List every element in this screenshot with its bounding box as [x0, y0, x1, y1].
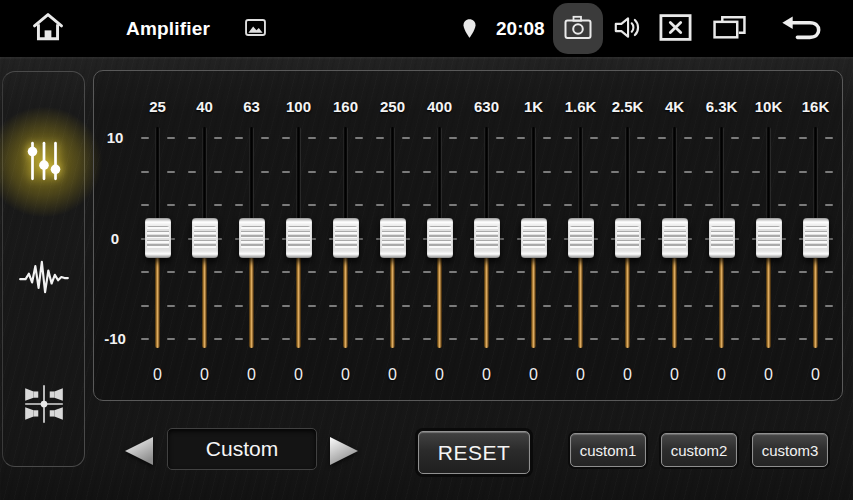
recent-apps-button[interactable] [711, 0, 747, 57]
band-frequency-label: 1.6K [565, 97, 597, 116]
band-slider[interactable] [416, 127, 463, 349]
band-frequency-label: 63 [243, 97, 260, 116]
slider-thumb[interactable] [333, 218, 359, 258]
band-slider[interactable] [745, 127, 792, 349]
back-button[interactable] [777, 0, 823, 57]
band-slider[interactable] [651, 127, 698, 349]
slider-tick [402, 271, 410, 273]
band-slider[interactable] [134, 127, 181, 349]
band-slider[interactable] [698, 127, 745, 349]
reset-button[interactable]: RESET [418, 431, 530, 474]
slider-thumb[interactable] [521, 218, 547, 258]
slider-tick [329, 204, 337, 206]
slider-tick [564, 137, 572, 139]
slider-tick [282, 271, 290, 273]
band-slider[interactable] [322, 127, 369, 349]
slider-tick [329, 305, 337, 307]
content-area: 10 0 -10 250400630100016002500400063001K… [0, 57, 853, 500]
slider-tick [423, 338, 431, 340]
slider-tick [731, 271, 739, 273]
sidebar-item-sound-effect[interactable] [3, 232, 84, 324]
preset-name-display[interactable]: Custom [167, 428, 317, 470]
band-slider[interactable] [275, 127, 322, 349]
volume-icon [613, 15, 642, 43]
slider-thumb[interactable] [615, 218, 641, 258]
band-slider[interactable] [228, 127, 275, 349]
recent-apps-icon [713, 15, 746, 42]
slider-tick [658, 137, 666, 139]
slider-tick [282, 137, 290, 139]
screenshot-button[interactable] [553, 3, 603, 54]
sidebar-item-equalizer[interactable] [3, 116, 84, 208]
slider-tick [402, 338, 410, 340]
eq-band: 2.5K0 [604, 97, 651, 384]
band-slider[interactable] [557, 127, 604, 349]
volume-button[interactable] [611, 0, 643, 57]
band-slider[interactable] [463, 127, 510, 349]
sidebar-item-speaker-balance[interactable] [3, 359, 84, 451]
band-value: 0 [482, 365, 491, 384]
eq-band: 10K0 [745, 97, 792, 384]
band-value: 0 [717, 365, 726, 384]
slider-tick [449, 137, 457, 139]
slider-thumb[interactable] [380, 218, 406, 258]
close-app-button[interactable] [657, 0, 693, 57]
custom3-button[interactable]: custom3 [752, 433, 828, 467]
home-button[interactable] [28, 0, 68, 57]
slider-tick [214, 171, 222, 173]
band-slider[interactable] [181, 127, 228, 349]
slider-tick [141, 204, 149, 206]
slider-thumb[interactable] [709, 218, 735, 258]
slider-tick [282, 338, 290, 340]
slider-tick [167, 137, 175, 139]
slider-tick [778, 271, 786, 273]
slider-tick [543, 338, 551, 340]
slider-tick [261, 271, 269, 273]
waveform-icon [18, 257, 70, 300]
custom1-button[interactable]: custom1 [570, 433, 646, 467]
slider-tick [188, 305, 196, 307]
camera-icon [564, 15, 592, 43]
slider-tick [825, 204, 833, 206]
slider-thumb[interactable] [145, 218, 171, 258]
preset-next-button[interactable] [327, 435, 361, 467]
band-slider[interactable] [369, 127, 416, 349]
slider-tick [470, 271, 478, 273]
custom2-button[interactable]: custom2 [661, 433, 737, 467]
slider-tick [825, 271, 833, 273]
slider-thumb[interactable] [803, 218, 829, 258]
status-bar: Amplifier 20:08 [0, 0, 853, 57]
band-slider[interactable] [604, 127, 651, 349]
slider-tick [449, 271, 457, 273]
slider-tick [825, 305, 833, 307]
band-frequency-label: 10K [755, 97, 783, 116]
slider-tick [235, 204, 243, 206]
slider-thumb[interactable] [662, 218, 688, 258]
gallery-button[interactable] [243, 0, 267, 57]
band-slider[interactable] [792, 127, 839, 349]
eq-band: 4000 [416, 97, 463, 384]
slider-thumb[interactable] [756, 218, 782, 258]
slider-thumb[interactable] [286, 218, 312, 258]
slider-tick [825, 338, 833, 340]
slider-tick [214, 204, 222, 206]
slider-tick [611, 204, 619, 206]
band-frequency-label: 100 [286, 97, 311, 116]
slider-tick [637, 305, 645, 307]
slider-tick [564, 271, 572, 273]
slider-thumb[interactable] [192, 218, 218, 258]
slider-tick [705, 137, 713, 139]
slider-tick [825, 171, 833, 173]
slider-tick [637, 338, 645, 340]
slider-tick [590, 204, 598, 206]
slider-tick [214, 271, 222, 273]
slider-thumb[interactable] [427, 218, 453, 258]
preset-previous-button[interactable] [122, 435, 156, 467]
slider-tick [141, 171, 149, 173]
slider-thumb[interactable] [239, 218, 265, 258]
slider-tick [658, 338, 666, 340]
slider-thumb[interactable] [474, 218, 500, 258]
band-slider[interactable] [510, 127, 557, 349]
slider-thumb[interactable] [568, 218, 594, 258]
eq-band: 1.6K0 [557, 97, 604, 384]
